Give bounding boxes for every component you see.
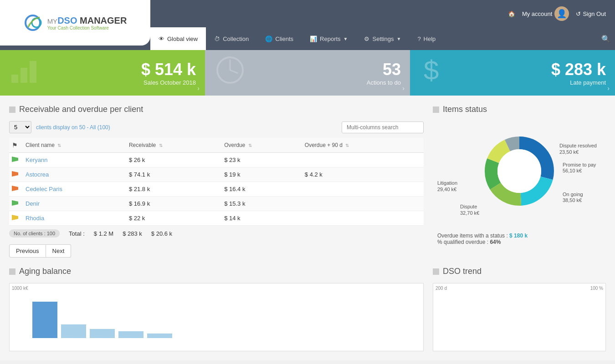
table-controls: 5 10 25 50 clients display on 50 - All (… [9, 121, 424, 133]
nav-help[interactable]: ? Help [409, 27, 444, 50]
kpi-actions-arrow: › [402, 85, 405, 92]
nav-reports[interactable]: 📊 Reports ▼ [302, 27, 356, 50]
dso-trend-panel: DSO trend 200 d 100 % [433, 267, 606, 351]
cell-overdue90 [302, 182, 424, 197]
kpi-actions-content: 53 Actions to do [367, 60, 401, 86]
nav-settings[interactable]: ⚙ Settings ▼ [356, 27, 409, 50]
sign-out-link[interactable]: ↺ Sign Out [576, 10, 606, 17]
nav-global-view[interactable]: 👁 Global view [150, 27, 206, 50]
aging-y-label: 1000 k€ [12, 286, 28, 291]
cell-overdue: $ 15.3 k [221, 197, 302, 211]
total-overdue90: $ 20.6 k [151, 230, 172, 237]
cell-client-name[interactable]: Keryann [23, 153, 126, 167]
globe-icon: 🌐 [265, 35, 272, 42]
label-promise-to-pay-value: 56,10 k€ [563, 168, 582, 173]
aging-sq [9, 268, 15, 275]
multi-column-search[interactable] [342, 121, 424, 133]
logo-my: MY [47, 17, 58, 25]
my-account-label: My account [522, 10, 552, 17]
eye-icon: 👁 [159, 35, 164, 42]
gear-icon: ⚙ [364, 35, 369, 42]
settings-chevron: ▼ [396, 36, 401, 41]
bar-3 [90, 329, 115, 338]
svg-rect-3 [20, 68, 27, 83]
dso-chart: 200 d 100 % [433, 283, 606, 351]
cell-receivable: $ 21.8 k [126, 182, 221, 197]
search-button[interactable]: 🔍 [601, 35, 610, 43]
cell-overdue90 [302, 153, 424, 167]
dso-y-label2: 100 % [590, 286, 603, 291]
bar-rect-2 [61, 324, 86, 338]
my-account-link[interactable]: My account 👤 [522, 6, 569, 21]
dso-title: DSO trend [433, 267, 606, 276]
label-dispute: Dispute [460, 204, 477, 209]
flag-icon [12, 157, 18, 162]
cell-receivable: $ 74.1 k [126, 167, 221, 182]
table-row: Denir $ 16.9 k $ 15.3 k [9, 197, 424, 211]
receivable-table: ⚑ Client name ⇅ Receivable ⇅ Overdue ⇅ [9, 138, 424, 226]
kpi-actions[interactable]: 53 Actions to do › [205, 50, 410, 96]
nav-clients[interactable]: 🌐 Clients [257, 27, 302, 50]
col-overdue[interactable]: Overdue ⇅ [221, 138, 302, 153]
aging-balance-panel: Aging balance 1000 k€ [9, 267, 424, 351]
col-overdue90[interactable]: Overdue + 90 d ⇅ [302, 138, 424, 153]
kpi-late-content: $ 283 k Late payment [551, 60, 606, 86]
previous-button[interactable]: Previous [9, 244, 46, 258]
reports-chevron: ▼ [343, 36, 348, 41]
flag-icon [12, 200, 18, 206]
kpi-row: $ 514 k Sales October 2018 › 53 Actions … [0, 50, 615, 96]
kpi-late[interactable]: $ $ 283 k Late payment › [410, 50, 615, 96]
bar-1 [32, 302, 57, 338]
sort-icon-overdue[interactable]: ⇅ [248, 143, 252, 148]
cell-overdue: $ 23 k [221, 153, 302, 167]
donut-wrapper: Dispute resolved 23,50 k€ Promise to pay… [433, 121, 606, 226]
sort-icon-overdue90[interactable]: ⇅ [345, 143, 349, 148]
items-status-title: Items status [433, 105, 606, 114]
overdue-amount: $ 180 k [509, 233, 528, 239]
clock-large-icon [214, 54, 246, 91]
cell-client-name[interactable]: Denir [23, 197, 126, 211]
kpi-sales[interactable]: $ 514 k Sales October 2018 › [0, 50, 205, 96]
label-dispute-value: 32,70 k€ [460, 210, 479, 216]
col-receivable[interactable]: Receivable ⇅ [126, 138, 221, 153]
table-row: Rhodia $ 22 k $ 14 k [9, 211, 424, 226]
nav-collection[interactable]: ⏱ Collection [206, 27, 257, 50]
cell-flag [9, 197, 23, 211]
bar-rect-4 [118, 331, 144, 338]
pagination: Previous Next [9, 244, 424, 258]
help-icon: ? [417, 35, 420, 42]
table-footer: No. of clients : 100 Total : $ 1.2 M $ 2… [9, 229, 424, 238]
sort-icon-receivable[interactable]: ⇅ [159, 143, 163, 148]
cell-flag [9, 211, 23, 226]
svg-line-7 [230, 70, 238, 73]
sort-icon-name[interactable]: ⇅ [57, 143, 61, 148]
receivable-title: Receivable and overdue per client [9, 105, 424, 114]
cell-receivable: $ 22 k [126, 211, 221, 226]
table-row: Keryann $ 26 k $ 23 k [9, 153, 424, 167]
clients-per-page-select[interactable]: 5 10 25 50 [9, 121, 31, 133]
receivable-panel: Receivable and overdue per client 5 10 2… [9, 105, 424, 258]
col-client-name[interactable]: Client name ⇅ [23, 138, 126, 153]
cell-client-name[interactable]: Rhodia [23, 211, 126, 226]
items-status-sq [433, 106, 439, 113]
cell-client-name[interactable]: Cedelec Paris [23, 182, 126, 197]
kpi-late-arrow: › [607, 85, 610, 92]
next-button[interactable]: Next [46, 244, 72, 258]
kpi-actions-label: Actions to do [367, 79, 401, 86]
col-flag: ⚑ [9, 138, 23, 153]
bar-rect-1 [32, 302, 57, 338]
svg-point-14 [497, 149, 541, 193]
avatar: 👤 [554, 6, 569, 21]
cell-overdue: $ 14 k [221, 211, 302, 226]
cell-client-name[interactable]: Astocrea [23, 167, 126, 182]
bar-4 [118, 331, 144, 338]
aging-chart: 1000 k€ [9, 283, 424, 351]
flag-icon [12, 171, 18, 177]
sign-out-label: Sign Out [583, 10, 606, 17]
status-info: Overdue items with a status : $ 180 k % … [433, 233, 606, 245]
aging-title: Aging balance [9, 267, 424, 276]
bar-rect-5 [147, 334, 172, 338]
logo-area: MYDSO MANAGER Your Cash Collection Softw… [0, 0, 150, 46]
donut-chart: Dispute resolved 23,50 k€ Promise to pay… [433, 121, 606, 221]
cell-receivable: $ 16.9 k [126, 197, 221, 211]
